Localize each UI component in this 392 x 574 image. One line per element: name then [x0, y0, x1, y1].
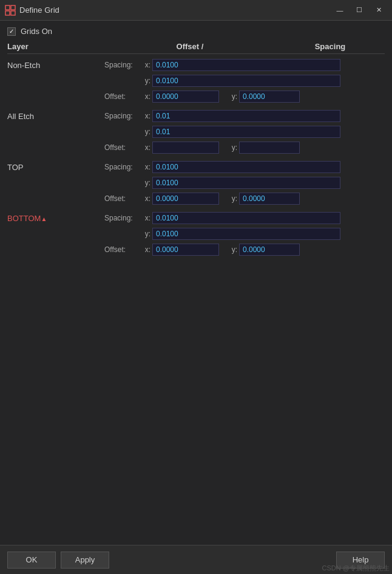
top-spacing-y-input[interactable]: [152, 177, 340, 189]
top-spacing-x-row: TOP Spacing: x:: [7, 160, 385, 174]
non-etch-offset-row: Offset: x: y:: [7, 89, 385, 104]
table-header: Layer Offset / Spacing: [7, 42, 385, 54]
maximize-button[interactable]: ☐: [351, 4, 368, 16]
offset-label: Offset:: [104, 92, 140, 101]
header-layer: Layer: [7, 42, 104, 51]
non-etch-name: Non-Etch: [7, 61, 40, 70]
all-etch-name: All Etch: [7, 112, 34, 121]
non-etch-spacing-x-input[interactable]: [152, 59, 340, 71]
non-etch-offset-x-input[interactable]: [152, 91, 219, 103]
bottom-spacing-x-input[interactable]: [152, 212, 340, 224]
bottom-spacing-y-input[interactable]: [152, 228, 340, 240]
app-icon: [5, 5, 16, 16]
titlebar: Define Grid — ☐ ✕: [0, 0, 392, 21]
top-offset-y-input[interactable]: [239, 193, 300, 205]
svg-rect-0: [5, 5, 10, 10]
top-name: TOP: [7, 163, 24, 172]
bottom-spacing-y-row: y:: [7, 227, 385, 241]
svg-rect-1: [11, 5, 15, 10]
layer-block-non-etch: Non-Etch Spacing: x: y:: [7, 58, 385, 104]
all-etch-offset-y-input[interactable]: [239, 142, 300, 154]
bottom-bar: OK Apply Help: [0, 545, 392, 574]
non-etch-spacing-x-row: Non-Etch Spacing: x:: [7, 58, 385, 72]
bottom-offset-y-input[interactable]: [239, 244, 300, 256]
header-spacing: Spacing: [275, 42, 385, 51]
non-etch-spacing-y-input[interactable]: [152, 75, 340, 87]
all-etch-spacing-y-row: y:: [7, 125, 385, 139]
all-etch-spacing-y-input[interactable]: [152, 126, 340, 138]
grids-on-row: Grids On: [7, 27, 385, 36]
non-etch-spacing-y-row: y:: [7, 73, 385, 88]
all-etch-spacing-x-row: All Etch Spacing: x:: [7, 109, 385, 123]
spacing-label: Spacing:: [104, 61, 140, 69]
layer-block-bottom: BOTTOM▲ Spacing: x: y: Offs: [7, 211, 385, 257]
window-controls: — ☐ ✕: [331, 4, 387, 16]
bottom-offset-x-input[interactable]: [152, 244, 219, 256]
top-spacing-x-input[interactable]: [152, 161, 340, 173]
top-spacing-y-row: y:: [7, 176, 385, 190]
top-offset-x-input[interactable]: [152, 193, 219, 205]
grids-on-checkbox[interactable]: [7, 27, 16, 36]
bottom-spacing-x-row: BOTTOM▲ Spacing: x:: [7, 211, 385, 225]
header-offset: Offset /: [104, 42, 275, 51]
all-etch-offset-row: Offset: x: y:: [7, 140, 385, 155]
svg-rect-3: [11, 11, 15, 15]
ok-button[interactable]: OK: [7, 552, 56, 569]
apply-button[interactable]: Apply: [61, 552, 109, 569]
main-content: Grids On Layer Offset / Spacing Non-Etch…: [0, 21, 392, 545]
grid-layers-area: Non-Etch Spacing: x: y:: [7, 58, 385, 539]
bottom-offset-row: Offset: x: y:: [7, 242, 385, 257]
all-etch-offset-x-input[interactable]: [152, 142, 219, 154]
close-button[interactable]: ✕: [370, 4, 387, 16]
top-offset-row: Offset: x: y:: [7, 191, 385, 206]
svg-rect-2: [5, 11, 10, 15]
window-title: Define Grid: [19, 5, 331, 15]
bottom-name: BOTTOM: [7, 214, 41, 223]
all-etch-spacing-x-input[interactable]: [152, 110, 340, 122]
non-etch-offset-y-input[interactable]: [239, 91, 300, 103]
help-button[interactable]: Help: [336, 552, 385, 569]
grids-on-label: Grids On: [21, 27, 52, 36]
layer-block-top: TOP Spacing: x: y: Offset:: [7, 160, 385, 206]
minimize-button[interactable]: —: [331, 4, 348, 16]
layer-block-all-etch: All Etch Spacing: x: y: Off: [7, 109, 385, 155]
